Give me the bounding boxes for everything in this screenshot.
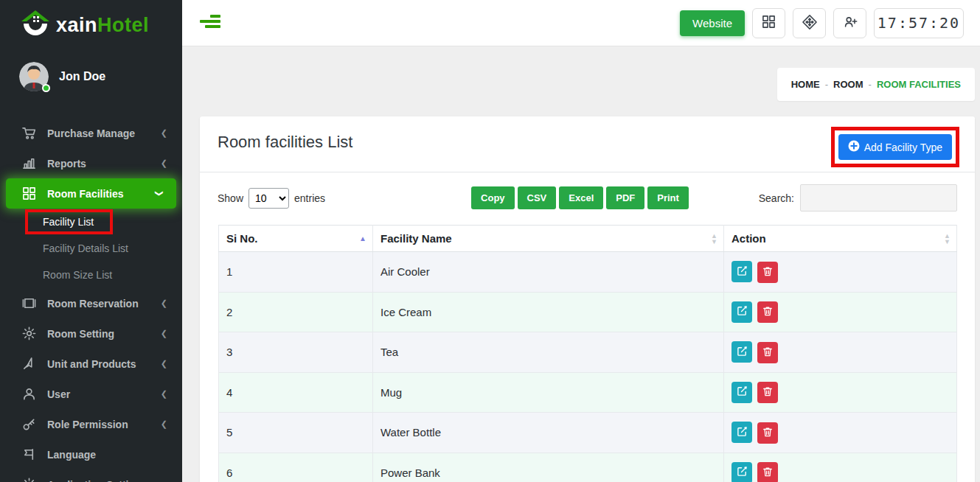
sidebar-item-label: User — [47, 388, 70, 400]
cell-facility-name: Ice Cream — [373, 292, 724, 332]
sidebar-item-label: Room Facilities — [47, 188, 123, 200]
breadcrumb-separator: - — [869, 79, 872, 90]
person-plus-icon — [842, 14, 858, 32]
page-size-select[interactable]: 10 — [249, 188, 289, 209]
add-button-label: Add Facility Type — [864, 142, 942, 153]
online-status-dot — [42, 84, 50, 92]
cell-action — [724, 292, 957, 332]
sidebar-item-unit-and-products[interactable]: Unit and Products❮ — [0, 349, 182, 379]
cell-si-no: 3 — [219, 332, 373, 373]
chevron-left-icon: ❮ — [161, 359, 167, 369]
annotation-box-facility-list: Facility List — [25, 209, 113, 234]
column-header-action[interactable]: Action▲▼ — [724, 226, 957, 252]
edit-icon — [737, 265, 748, 279]
sidebar-item-role-permission[interactable]: Role Permission❮ — [0, 409, 182, 439]
table-row: 3Tea — [219, 332, 957, 373]
search-input[interactable] — [800, 184, 957, 212]
sidebar-item-room-setting[interactable]: Room Setting❮ — [0, 318, 182, 349]
person-plus-icon-button[interactable] — [833, 8, 866, 38]
brand-name: xainHotel — [56, 14, 149, 37]
edit-button[interactable] — [731, 422, 752, 443]
edit-button[interactable] — [731, 382, 752, 403]
delete-button[interactable] — [757, 382, 778, 403]
move-diamond-icon-button[interactable] — [793, 8, 826, 38]
edit-button[interactable] — [731, 341, 752, 363]
csv-export-button[interactable]: CSV — [518, 186, 557, 209]
move-diamond-icon — [802, 14, 818, 32]
sidebar-subitem-room-size-list[interactable]: Room Size List — [0, 262, 182, 288]
sidebar-item-user[interactable]: User❮ — [0, 379, 182, 409]
cell-si-no: 2 — [219, 292, 373, 332]
breadcrumb-row: HOME-ROOM-ROOM FACILITIES — [200, 68, 975, 101]
sidebar-item-language[interactable]: Language — [0, 439, 182, 469]
search-label: Search: — [759, 192, 794, 204]
chevron-left-icon: ❮ — [161, 419, 167, 429]
cell-si-no: 1 — [219, 252, 373, 293]
breadcrumb-item-room-facilities[interactable]: ROOM FACILITIES — [877, 79, 961, 90]
sidebar-item-reports[interactable]: Reports❮ — [0, 148, 182, 178]
export-button-group: CopyCSVExcelPDFPrint — [471, 186, 689, 209]
cell-facility-name: Air Cooler — [373, 252, 724, 293]
sidebar-subitem-facility-list[interactable]: Facility List — [0, 209, 182, 235]
sidebar-item-label: Room Reservation — [47, 298, 139, 310]
room-facilities-card: Room facilities List Add Facility Type S… — [200, 116, 975, 482]
show-label: Show — [218, 192, 243, 204]
sidebar-item-application-setting[interactable]: Application Setting — [0, 469, 182, 482]
flag-icon — [21, 447, 37, 461]
user-profile[interactable]: Jon Doe — [0, 49, 182, 102]
hamburger-menu-icon[interactable] — [200, 15, 222, 31]
cell-facility-name: Mug — [373, 372, 724, 413]
sidebar-item-purchase-manage[interactable]: Purchase Manage❮ — [0, 118, 182, 148]
sidebar-subitem-label: Room Size List — [43, 269, 112, 281]
delete-button[interactable] — [757, 301, 778, 323]
pin-icon — [21, 357, 37, 371]
sort-icon: ▲▼ — [711, 233, 717, 245]
print-export-button[interactable]: Print — [647, 186, 689, 209]
column-header-sino[interactable]: Si No.▲ — [219, 226, 373, 252]
column-header-facilityname[interactable]: Facility Name▲▼ — [373, 226, 724, 252]
trash-icon — [762, 467, 773, 479]
breadcrumb-item-home[interactable]: HOME — [791, 79, 820, 90]
entries-label: entries — [294, 192, 325, 204]
website-button[interactable]: Website — [680, 10, 745, 36]
content-area: HOME-ROOM-ROOM FACILITIES Room facilitie… — [182, 46, 980, 482]
cell-action — [724, 453, 957, 482]
edit-button[interactable] — [731, 261, 752, 282]
breadcrumb-item-room[interactable]: ROOM — [833, 79, 863, 90]
add-facility-type-button[interactable]: Add Facility Type — [838, 134, 952, 160]
sidebar-subitem-facility-details-list[interactable]: Facility Details List — [0, 235, 182, 262]
sidebar-item-room-facilities[interactable]: Room Facilities❮ — [6, 178, 176, 209]
avatar — [19, 62, 49, 91]
breadcrumb: HOME-ROOM-ROOM FACILITIES — [777, 68, 975, 101]
sidebar-item-room-reservation[interactable]: Room Reservation❮ — [0, 288, 182, 318]
edit-button[interactable] — [731, 462, 752, 482]
copy-export-button[interactable]: Copy — [471, 186, 515, 209]
search-group: Search: — [759, 184, 957, 212]
cell-facility-name: Water Bottle — [373, 413, 724, 453]
pdf-export-button[interactable]: PDF — [606, 186, 644, 209]
excel-export-button[interactable]: Excel — [559, 186, 603, 209]
delete-button[interactable] — [757, 342, 778, 363]
logo[interactable]: xainHotel — [0, 0, 182, 49]
cell-facility-name: Power Bank — [373, 453, 724, 482]
sidebar-nav: Purchase Manage❮Reports❮Room Facilities❮… — [0, 118, 182, 482]
facilities-table: Si No.▲Facility Name▲▼Action▲▼ 1Air Cool… — [218, 225, 957, 482]
cart-icon — [21, 126, 37, 140]
delete-button[interactable] — [757, 422, 778, 444]
delete-button[interactable] — [757, 462, 778, 482]
edit-icon — [737, 426, 748, 439]
delete-button[interactable] — [757, 262, 778, 283]
grid-icon-button[interactable] — [752, 8, 785, 38]
edit-button[interactable] — [731, 301, 752, 323]
main-area: Website 17:57:20 HOME-ROOM-ROOM FACILITI… — [182, 0, 980, 482]
sidebar-item-label: Role Permission — [47, 419, 128, 430]
edit-icon — [737, 466, 748, 479]
sort-asc-icon: ▲ — [359, 236, 366, 242]
annotation-box-add-button: Add Facility Type — [831, 127, 959, 167]
sort-icon: ▲▼ — [944, 233, 951, 245]
plus-circle-icon — [848, 140, 860, 154]
sidebar-item-label: Language — [47, 449, 96, 461]
chevron-left-icon: ❮ — [161, 298, 167, 308]
page-size-group: Show 10 entries — [218, 188, 325, 209]
key-icon — [21, 417, 37, 431]
